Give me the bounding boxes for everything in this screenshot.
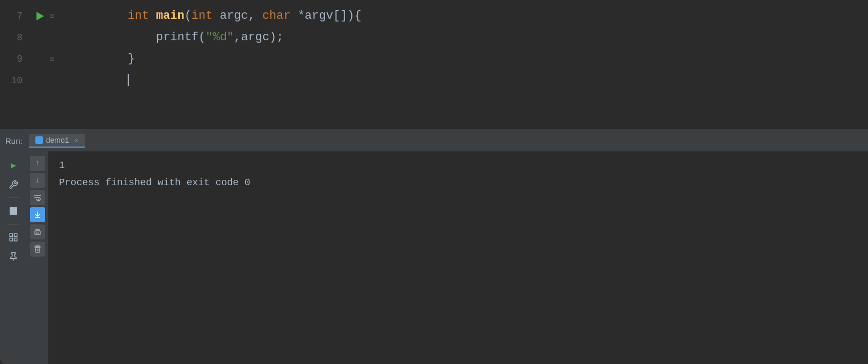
print-button[interactable]	[30, 224, 45, 239]
trash-icon	[33, 245, 42, 253]
svg-rect-3	[14, 238, 17, 241]
scroll-bottom-button[interactable]	[30, 207, 45, 222]
code-content-10	[57, 48, 868, 113]
scroll-up-button[interactable]: ↑	[30, 156, 45, 171]
code-area: 7 ⊟ int main(int argc, char *argv[]){ 8 …	[0, 0, 868, 129]
run-triangle-icon	[36, 12, 44, 20]
editor-section: 7 ⊟ int main(int argc, char *argv[]){ 8 …	[0, 0, 868, 129]
layout-button[interactable]	[5, 229, 22, 246]
scroll-bottom-icon	[33, 210, 42, 219]
fold-close-9[interactable]: ⊟	[48, 55, 57, 63]
svg-rect-2	[10, 238, 12, 241]
wrench-icon	[9, 180, 18, 190]
pin-button[interactable]	[5, 248, 22, 265]
line-number-7: 7	[0, 11, 32, 21]
svg-rect-0	[10, 234, 12, 236]
toolbar-divider-1	[7, 198, 20, 198]
svg-rect-9	[35, 247, 40, 252]
tab-close-button[interactable]: ×	[75, 136, 79, 144]
run-label: Run:	[5, 136, 23, 145]
stop-icon	[10, 207, 17, 215]
tab-icon	[35, 136, 43, 144]
line-number-9: 9	[0, 54, 32, 64]
stop-button[interactable]	[5, 202, 22, 220]
run-panel-body: ▶	[0, 151, 868, 364]
left-toolbar: ▶	[0, 151, 27, 364]
pin-icon	[9, 252, 18, 261]
tab-name: demo1	[46, 136, 69, 144]
ide-container: 7 ⊟ int main(int argc, char *argv[]){ 8 …	[0, 0, 868, 364]
run-tab-bar: Run: demo1 ×	[0, 130, 868, 151]
fold-open-7[interactable]: ⊟	[48, 12, 57, 20]
text-cursor	[128, 74, 129, 86]
run-arrow-7[interactable]	[32, 12, 48, 20]
run-panel: Run: demo1 × ▶	[0, 130, 868, 364]
svg-rect-8	[36, 232, 39, 234]
settings-button[interactable]	[5, 176, 22, 193]
layout-icon	[9, 232, 18, 242]
inner-toolbar: ↑ ↓	[27, 151, 48, 364]
line-number-8: 8	[0, 32, 32, 43]
scroll-down-button[interactable]: ↓	[30, 173, 45, 188]
delete-button[interactable]	[30, 242, 45, 257]
output-area: 1 Process finished with exit code 0	[48, 151, 868, 364]
run-tab-demo1[interactable]: demo1 ×	[29, 134, 85, 148]
line-number-10: 10	[0, 75, 32, 86]
code-line-10: 10	[0, 70, 868, 91]
output-line-2: Process finished with exit code 0	[59, 174, 857, 191]
print-icon	[33, 228, 42, 236]
svg-rect-1	[14, 234, 17, 236]
wrap-button[interactable]	[30, 190, 45, 205]
wrap-icon	[33, 193, 42, 202]
run-button[interactable]: ▶	[5, 157, 22, 174]
toolbar-divider-2	[7, 224, 20, 224]
output-line-1: 1	[59, 157, 857, 174]
